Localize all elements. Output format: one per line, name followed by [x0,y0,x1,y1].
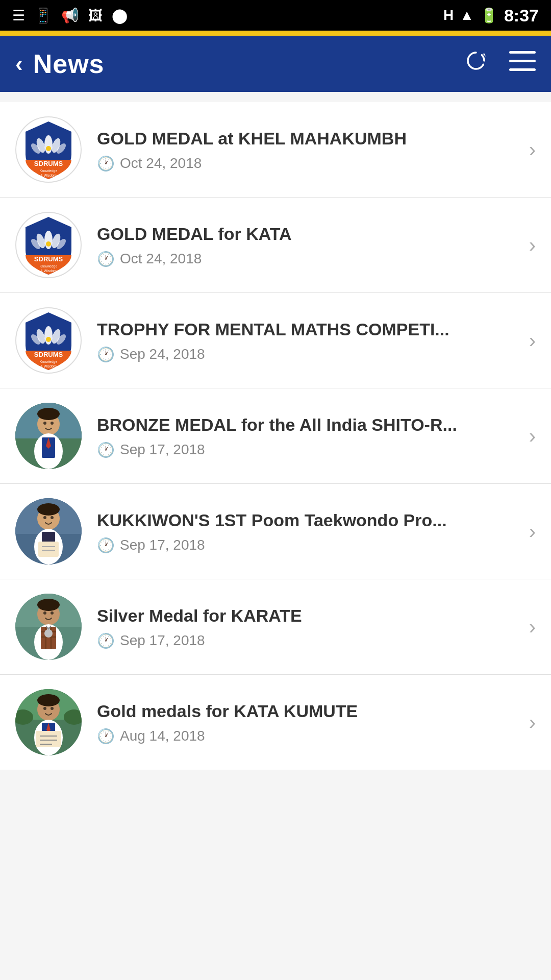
svg-text:SDRUMS: SDRUMS [34,160,63,167]
news-date-text: Sep 24, 2018 [120,346,205,362]
svg-rect-3 [509,68,536,71]
toolbar-left: ‹ News [15,48,105,79]
svg-point-39 [37,408,60,420]
news-title: GOLD MEDAL for KATA [97,223,524,245]
news-date-text: Aug 14, 2018 [120,728,205,744]
svg-point-9 [46,146,51,151]
news-content: KUKKIWON'S 1ST Poom Taekwondo Pro... 🕐 S… [97,509,524,553]
svg-text:Knowledge: Knowledge [40,169,58,173]
list-item[interactable]: KUKKIWON'S 1ST Poom Taekwondo Pro... 🕐 S… [0,484,551,579]
clock-icon: 🕐 [97,728,115,745]
news-thumbnail: SDRUMS Knowledge & Wisdom [15,116,82,183]
news-content: GOLD MEDAL at KHEL MAHAKUMBH 🕐 Oct 24, 2… [97,127,524,172]
news-date: 🕐 Oct 24, 2018 [97,155,524,172]
news-date-text: Oct 24, 2018 [120,155,202,172]
camera-icon: ⬤ [112,7,128,24]
news-thumbnail: SDRUMS Knowledge & Wisdom [15,307,82,374]
clock-icon: 🕐 [97,537,115,554]
chevron-right-icon: › [529,616,536,639]
svg-point-18 [46,241,51,247]
clock-icon: 🕐 [97,442,115,458]
battery-icon: 🔋 [480,7,498,24]
svg-point-27 [46,337,51,342]
menu-button[interactable] [509,51,536,77]
status-bar-right: H ▲ 🔋 8:37 [443,6,539,26]
news-content: TROPHY FOR MENTAL MATHS COMPETI... 🕐 Sep… [97,318,524,362]
news-title: GOLD MEDAL at KHEL MAHAKUMBH [97,127,524,150]
svg-rect-2 [509,60,536,62]
accent-line [0,31,551,36]
svg-text:SDRUMS: SDRUMS [34,255,63,263]
news-content: GOLD MEDAL for KATA 🕐 Oct 24, 2018 [97,223,524,267]
news-date: 🕐 Sep 17, 2018 [97,442,524,458]
news-list: SDRUMS Knowledge & Wisdom GOLD MEDAL at … [0,102,551,770]
chat-icon: ☰ [12,7,25,24]
clock-icon: 🕐 [97,346,115,363]
svg-point-61 [51,611,54,615]
chevron-right-icon: › [529,520,536,543]
svg-rect-48 [38,542,59,557]
signal-h-icon: H [443,7,454,23]
list-item[interactable]: SDRUMS Knowledge & Wisdom TROPHY FOR MEN… [0,293,551,388]
status-bar-left: ☰ 📱 📢 🖼 ⬤ [12,7,128,24]
toolbar-right [463,48,536,79]
news-content: Silver Medal for KARATE 🕐 Sep 17, 2018 [97,604,524,649]
clock-icon: 🕐 [97,155,115,172]
news-title: TROPHY FOR MENTAL MATHS COMPETI... [97,318,524,340]
news-title: Gold medals for KATA KUMUTE [97,700,524,722]
page-title: News [33,48,105,79]
chevron-right-icon: › [529,425,536,448]
chevron-right-icon: › [529,234,536,257]
news-date-text: Sep 17, 2018 [120,537,205,553]
news-title: KUKKIWON'S 1ST Poom Taekwondo Pro... [97,509,524,531]
svg-text:Knowledge: Knowledge [40,264,58,268]
svg-point-47 [37,503,60,516]
svg-point-75 [43,707,46,710]
list-item[interactable]: BRONZE MEDAL for the All India SHITO-R..… [0,388,551,484]
svg-text:& Wisdom: & Wisdom [40,174,57,177]
news-content: BRONZE MEDAL for the All India SHITO-R..… [97,413,524,458]
refresh-button[interactable] [463,48,489,79]
news-date-text: Oct 24, 2018 [120,251,202,267]
toolbar: ‹ News [0,36,551,92]
news-title: Silver Medal for KARATE [97,604,524,627]
clock-icon: 🕐 [97,632,115,649]
list-item[interactable]: Gold medals for KATA KUMUTE 🕐 Aug 14, 20… [0,675,551,770]
chevron-right-icon: › [529,711,536,734]
svg-point-62 [37,599,60,611]
news-date: 🕐 Sep 17, 2018 [97,632,524,649]
news-content: Gold medals for KATA KUMUTE 🕐 Aug 14, 20… [97,700,524,744]
svg-point-38 [51,422,54,425]
status-time: 8:37 [504,6,539,26]
svg-text:& Wisdom: & Wisdom [40,269,57,273]
news-date: 🕐 Aug 14, 2018 [97,728,524,745]
news-date-text: Sep 17, 2018 [120,632,205,649]
svg-point-37 [43,422,46,425]
svg-text:Knowledge: Knowledge [40,360,58,364]
news-thumbnail [15,594,82,660]
list-item[interactable]: Silver Medal for KARATE 🕐 Sep 17, 2018 › [0,579,551,675]
status-bar: ☰ 📱 📢 🖼 ⬤ H ▲ 🔋 8:37 [0,0,551,31]
news-thumbnail: SDRUMS Knowledge & Wisdom [15,212,82,278]
list-item[interactable]: SDRUMS Knowledge & Wisdom GOLD MEDAL at … [0,102,551,198]
news-date-text: Sep 17, 2018 [120,442,205,458]
news-date: 🕐 Sep 24, 2018 [97,346,524,363]
svg-point-60 [43,611,46,615]
svg-point-77 [37,694,60,706]
list-item[interactable]: SDRUMS Knowledge & Wisdom GOLD MEDAL for… [0,198,551,293]
chevron-right-icon: › [529,138,536,161]
image-icon: 🖼 [88,7,103,24]
whatsapp-icon: 📱 [34,7,52,24]
svg-point-46 [51,516,54,519]
back-button[interactable]: ‹ [15,51,23,77]
svg-text:SDRUMS: SDRUMS [34,351,63,358]
svg-text:& Wisdom: & Wisdom [40,364,57,368]
signal-strength-icon: ▲ [460,7,474,23]
clock-icon: 🕐 [97,251,115,267]
svg-rect-78 [36,731,61,747]
news-title: BRONZE MEDAL for the All India SHITO-R..… [97,413,524,436]
news-date: 🕐 Sep 17, 2018 [97,537,524,554]
news-date: 🕐 Oct 24, 2018 [97,251,524,267]
megaphone-icon: 📢 [61,7,79,24]
svg-rect-1 [509,51,536,54]
